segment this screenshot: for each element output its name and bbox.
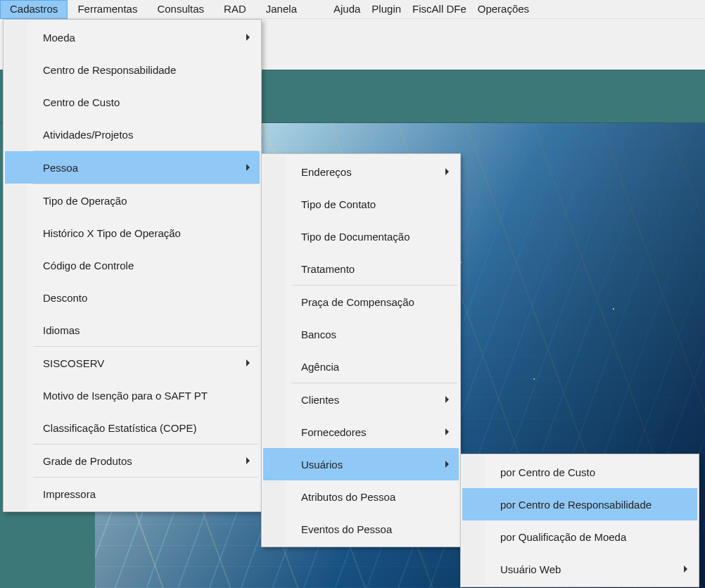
menu-ajuda[interactable]: Ajuda (328, 0, 366, 19)
menu-item-label: Motivo de Isenção para o SAFT PT (43, 390, 208, 402)
submenu-arrow-icon (246, 359, 250, 366)
menu-item-por-qualificacao-de-moeda[interactable]: por Qualificação de Moeda (462, 520, 697, 553)
menu-item-praca-de-compensacao[interactable]: Praça de Compensação (263, 286, 459, 318)
dropdown-cadastros: MoedaCentro de ResponsabilidadeCentro de… (3, 19, 262, 512)
menu-item-fornecedores[interactable]: Fornecedores (263, 416, 459, 448)
menu-item-impressora[interactable]: Impressora (5, 478, 260, 510)
menu-item-label: Tipo de Contato (301, 198, 376, 210)
menu-item-motivo-de-isencao-para-o-saft-pt[interactable]: Motivo de Isenção para o SAFT PT (5, 379, 260, 411)
menu-item-label: Classificação Estatística (COPE) (43, 422, 196, 434)
menu-item-label: Tipo de Documentação (301, 231, 410, 243)
menu-item-usuario-web[interactable]: Usuário Web (462, 553, 697, 585)
submenu-arrow-icon (445, 168, 449, 175)
dropdown-cadastros-list: MoedaCentro de ResponsabilidadeCentro de… (4, 20, 261, 511)
menu-item-label: Atividades/Projetos (43, 129, 133, 141)
submenu-arrow-icon (445, 428, 449, 435)
menu-item-grade-de-produtos[interactable]: Grade de Produtos (5, 445, 260, 477)
menu-item-label: Impressora (43, 488, 96, 500)
dropdown-pessoa: EndereçosTipo de ContatoTipo de Document… (261, 153, 461, 547)
menu-item-clientes[interactable]: Clientes (263, 383, 459, 416)
menu-item-bancos[interactable]: Bancos (263, 318, 459, 350)
menu-item-label: Moeda (43, 32, 75, 44)
menu-item-eventos-do-pessoa[interactable]: Eventos do Pessoa (263, 513, 459, 545)
menu-item-codigo-de-controle[interactable]: Código de Controle (5, 249, 260, 281)
menu-item-pessoa[interactable]: Pessoa (5, 151, 260, 184)
menu-item-label: Centro de Responsabilidade (43, 64, 176, 76)
submenu-arrow-icon (246, 34, 250, 41)
menu-item-por-centro-de-custo[interactable]: por Centro de Custo (462, 456, 697, 488)
menu-item-label: Eventos do Pessoa (301, 523, 392, 535)
menu-janela[interactable]: Janela (256, 0, 307, 19)
menu-item-label: Idiomas (43, 324, 80, 336)
menu-item-label: Pessoa (43, 162, 78, 174)
menu-item-label: Fornecedores (301, 426, 367, 438)
menu-item-label: por Centro de Custo (500, 466, 595, 478)
menu-item-label: Tipo de Operação (43, 195, 127, 207)
menu-item-historico-x-tipo-de-operacao[interactable]: Histórico X Tipo de Operação (5, 217, 260, 249)
dropdown-pessoa-list: EndereçosTipo de ContatoTipo de Document… (262, 154, 460, 547)
menu-item-centro-de-responsabilidade[interactable]: Centro de Responsabilidade (5, 53, 260, 86)
menu-item-atributos-do-pessoa[interactable]: Atributos do Pessoa (263, 480, 459, 513)
menu-cadastros[interactable]: Cadastros (0, 0, 68, 19)
menu-item-label: Usuários (301, 459, 343, 471)
menu-item-label: por Qualificação de Moeda (500, 531, 626, 543)
menu-item-tipo-de-documentacao[interactable]: Tipo de Documentação (263, 220, 459, 253)
menu-plugin[interactable]: Plugin (366, 0, 407, 19)
submenu-arrow-icon (246, 164, 250, 171)
menu-item-label: Grade de Produtos (43, 455, 132, 467)
menu-item-desconto[interactable]: Desconto (5, 281, 260, 314)
menu-item-label: Atributos do Pessoa (301, 491, 395, 503)
menu-item-label: Código de Controle (43, 260, 134, 271)
menu-item-label: Agência (301, 361, 339, 373)
submenu-arrow-icon (684, 565, 687, 573)
menu-item-tipo-de-contato[interactable]: Tipo de Contato (263, 188, 459, 220)
menu-item-label: Tratamento (301, 263, 355, 275)
menu-item-tratamento[interactable]: Tratamento (263, 253, 459, 285)
menu-item-label: Usuário Web (500, 563, 561, 575)
submenu-arrow-icon (246, 457, 250, 464)
menu-item-centro-de-custo[interactable]: Centro de Custo (5, 86, 260, 118)
menu-fiscall-dfe[interactable]: FiscAll DFe (407, 0, 472, 19)
dropdown-usuarios: por Centro de Custopor Centro de Respons… (460, 454, 699, 587)
menu-item-tipo-de-operacao[interactable]: Tipo de Operação (5, 184, 260, 217)
menu-item-label: Clientes (301, 394, 339, 406)
menu-item-label: SISCOSERV (43, 357, 104, 369)
menu-item-classificacao-estatistica-cope[interactable]: Classificação Estatística (COPE) (5, 411, 260, 444)
menu-item-atividades-projetos[interactable]: Atividades/Projetos (5, 118, 260, 151)
menu-ferramentas[interactable]: Ferramentas (68, 0, 147, 19)
dropdown-usuarios-list: por Centro de Custopor Centro de Respons… (461, 454, 699, 587)
menu-item-label: Bancos (301, 328, 336, 340)
menu-item-por-centro-de-responsabilidade[interactable]: por Centro de Responsabilidade (462, 488, 697, 520)
menu-rad[interactable]: RAD (214, 0, 256, 19)
menu-item-label: Endereços (301, 166, 352, 178)
menu-item-label: Centro de Custo (43, 96, 120, 108)
menu-item-label: por Centro de Responsabilidade (500, 499, 652, 511)
menu-item-usuarios[interactable]: Usuários (263, 448, 459, 480)
menu-consultas[interactable]: Consultas (147, 0, 214, 19)
menu-item-label: Desconto (43, 292, 87, 304)
menu-item-agencia[interactable]: Agência (263, 350, 459, 383)
menu-item-label: Histórico X Tipo de Operação (43, 227, 181, 239)
menu-item-label: Praça de Compensação (301, 296, 414, 308)
menu-item-siscoserv[interactable]: SISCOSERV (5, 347, 260, 379)
menu-operacoes[interactable]: Operações (472, 0, 535, 19)
menu-item-idiomas[interactable]: Idiomas (5, 314, 260, 346)
menubar: Cadastros Ferramentas Consultas RAD Jane… (0, 0, 705, 19)
menu-item-moeda[interactable]: Moeda (5, 21, 260, 53)
menu-item-enderecos[interactable]: Endereços (263, 155, 459, 188)
submenu-arrow-icon (445, 461, 449, 468)
submenu-arrow-icon (445, 396, 449, 403)
